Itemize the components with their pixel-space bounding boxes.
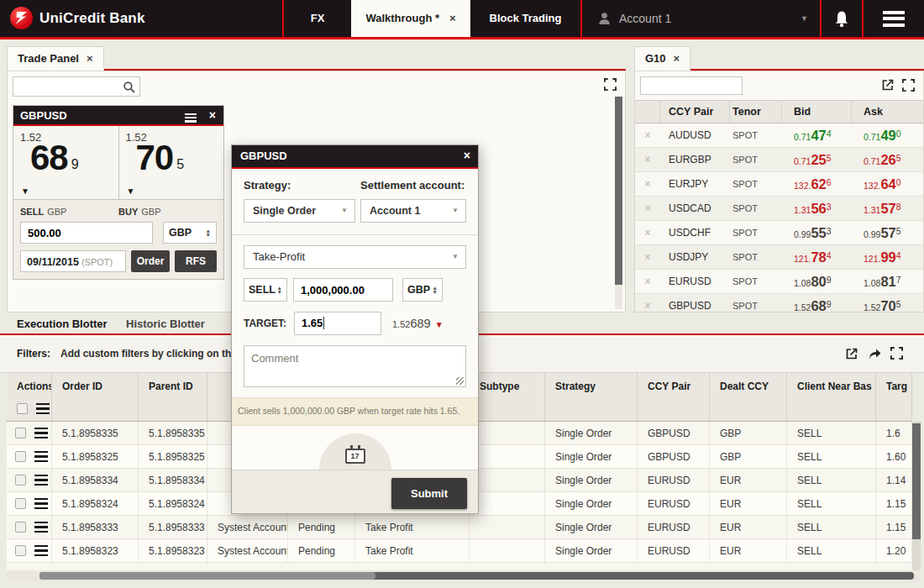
- remove-pair-icon[interactable]: ×: [635, 123, 660, 147]
- tab-g10[interactable]: G10×: [634, 46, 690, 71]
- select-all-checkbox[interactable]: [17, 403, 28, 414]
- remove-pair-icon[interactable]: ×: [635, 148, 660, 171]
- row-menu-icon[interactable]: [34, 543, 48, 558]
- row-checkbox[interactable]: [15, 545, 26, 556]
- bid-price-cell[interactable]: 1.52689: [782, 294, 852, 312]
- close-icon[interactable]: ×: [209, 106, 216, 125]
- ask-price-cell[interactable]: 0.99575: [852, 221, 923, 244]
- remove-pair-icon[interactable]: ×: [635, 221, 660, 244]
- remove-pair-icon[interactable]: ×: [635, 270, 660, 293]
- side-stepper[interactable]: SELL ▲▼: [244, 278, 287, 302]
- rfs-button[interactable]: RFS: [175, 250, 217, 272]
- row-menu-icon[interactable]: [34, 520, 48, 534]
- row-menu-icon[interactable]: [34, 426, 48, 440]
- calendar-icon[interactable]: 17: [345, 449, 365, 464]
- notifications-button[interactable]: [822, 0, 862, 37]
- value-date-field[interactable]: 09/11/2015(SPOT): [20, 250, 126, 272]
- row-checkbox[interactable]: [15, 498, 26, 509]
- ask-price-cell[interactable]: 132.640: [852, 172, 923, 196]
- pop-out-icon[interactable]: [845, 347, 858, 364]
- row-menu-icon[interactable]: [34, 496, 48, 511]
- tab-trade-panel[interactable]: Trade Panel×: [7, 46, 104, 71]
- trade-panel-scrollbar[interactable]: [615, 97, 622, 309]
- account-selector[interactable]: Account 1 ▼: [582, 0, 820, 37]
- blotter-col-header[interactable]: CCY Pair: [638, 373, 710, 421]
- bid-price-button[interactable]: 1.52 689 ▼: [13, 126, 118, 199]
- remove-pair-icon[interactable]: ×: [635, 197, 660, 220]
- fullscreen-icon[interactable]: [890, 347, 903, 363]
- order-amount-input[interactable]: [293, 278, 393, 302]
- order-type-select[interactable]: Take-Profit▼: [244, 245, 466, 269]
- remove-pair-icon[interactable]: ×: [635, 294, 660, 312]
- dialog-header[interactable]: GBPUSD ×: [232, 145, 478, 169]
- bid-price-cell[interactable]: 121.784: [782, 245, 852, 269]
- main-menu-button[interactable]: [864, 0, 924, 37]
- blotter-col-header[interactable]: Targ: [876, 373, 912, 421]
- row-checkbox[interactable]: [15, 475, 26, 486]
- target-rate-input[interactable]: 1.65: [294, 312, 381, 335]
- strategy-select[interactable]: Single Order▼: [244, 199, 355, 223]
- remove-pair-icon[interactable]: ×: [635, 245, 660, 269]
- ask-price-cell[interactable]: 1.31578: [852, 197, 923, 220]
- close-icon[interactable]: ×: [449, 12, 456, 24]
- order-currency-stepper[interactable]: GBP ▲▼: [402, 278, 443, 302]
- submit-button[interactable]: Submit: [391, 478, 467, 509]
- bid-price-cell[interactable]: 0.71255: [782, 148, 852, 171]
- scrollbar-thumb[interactable]: [39, 572, 375, 580]
- share-icon[interactable]: [868, 347, 882, 363]
- blotter-col-header[interactable]: Actions: [7, 373, 52, 421]
- close-icon[interactable]: ×: [464, 145, 470, 166]
- comment-textarea[interactable]: [244, 345, 466, 387]
- ask-price-cell[interactable]: 0.71490: [852, 123, 923, 147]
- bid-price-cell[interactable]: 132.626: [782, 172, 852, 196]
- trade-search-input[interactable]: [13, 77, 139, 96]
- col-ccy-pair[interactable]: CCY Pair: [660, 101, 730, 123]
- search-icon[interactable]: [123, 81, 135, 93]
- row-checkbox[interactable]: [15, 451, 26, 462]
- ask-price-cell[interactable]: 1.52705: [852, 294, 923, 312]
- close-icon[interactable]: ×: [674, 52, 680, 65]
- blotter-col-header[interactable]: Parent ID: [139, 373, 207, 421]
- bid-price-cell[interactable]: 0.71474: [782, 123, 852, 147]
- amount-input[interactable]: [20, 222, 153, 244]
- tab-walkthrough[interactable]: Walkthrough *×: [351, 0, 470, 37]
- col-ask[interactable]: Ask: [852, 101, 923, 123]
- blotter-col-header[interactable]: Strategy: [545, 373, 638, 421]
- fullscreen-icon[interactable]: [902, 79, 915, 95]
- row-menu-icon[interactable]: [34, 449, 48, 464]
- blotter-col-header[interactable]: Client Near Bas: [787, 373, 876, 421]
- blotter-col-header[interactable]: Subtype: [470, 373, 545, 421]
- actions-menu-icon[interactable]: [36, 402, 50, 416]
- tab-historic-blotter[interactable]: Historic Blotter: [126, 318, 205, 330]
- ask-price-cell[interactable]: 121.994: [852, 245, 923, 269]
- tile-menu-icon[interactable]: [185, 112, 197, 123]
- blotter-vertical-scrollbar[interactable]: [912, 422, 921, 570]
- order-button[interactable]: Order: [131, 250, 170, 272]
- settlement-account-select[interactable]: Account 1▼: [360, 199, 466, 223]
- close-icon[interactable]: ×: [87, 52, 93, 65]
- ask-price-cell[interactable]: 0.71265: [852, 148, 923, 171]
- blotter-col-header[interactable]: Dealt CCY: [710, 373, 787, 421]
- bid-price-cell[interactable]: 1.08809: [782, 270, 852, 293]
- rates-search-input[interactable]: [641, 77, 742, 94]
- row-menu-icon[interactable]: [34, 473, 48, 487]
- bid-price-cell[interactable]: 0.99553: [782, 221, 852, 244]
- fullscreen-icon[interactable]: [604, 78, 617, 94]
- tab-fx[interactable]: FX: [284, 0, 351, 37]
- currency-stepper[interactable]: GBP ▲▼: [163, 222, 217, 244]
- tab-execution-blotter[interactable]: Execution Blotter: [17, 318, 108, 330]
- resize-handle[interactable]: [456, 377, 464, 385]
- row-checkbox[interactable]: [15, 522, 26, 533]
- bid-price-cell[interactable]: 1.31563: [782, 197, 852, 220]
- col-bid[interactable]: Bid: [782, 101, 852, 123]
- scrollbar-thumb[interactable]: [912, 423, 921, 539]
- remove-pair-icon[interactable]: ×: [635, 172, 660, 196]
- ask-price-cell[interactable]: 1.08817: [852, 270, 923, 293]
- blotter-col-header[interactable]: Order ID: [52, 373, 139, 421]
- row-checkbox[interactable]: [15, 428, 26, 438]
- ask-price-button[interactable]: 1.52 705 ▼: [118, 126, 224, 199]
- tab-block-trading[interactable]: Block Trading: [470, 0, 580, 37]
- scrollbar-thumb[interactable]: [615, 97, 622, 285]
- pop-out-icon[interactable]: [881, 78, 895, 95]
- col-tenor[interactable]: Tenor: [730, 101, 782, 123]
